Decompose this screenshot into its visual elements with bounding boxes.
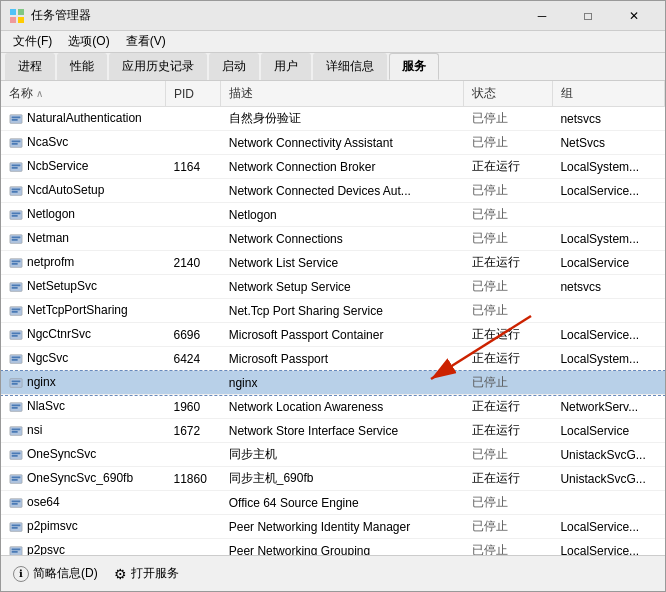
service-group-cell: netsvcs (552, 107, 664, 131)
svg-rect-0 (10, 9, 16, 15)
svg-rect-25 (12, 260, 21, 262)
menu-file[interactable]: 文件(F) (5, 31, 60, 52)
window-controls: ─ □ ✕ (519, 1, 657, 31)
table-row[interactable]: NaturalAuthentication自然身份验证已停止netsvcs (1, 107, 665, 131)
tab-startup[interactable]: 启动 (209, 53, 259, 80)
table-row[interactable]: NcbService1164Network Connection Broker正… (1, 155, 665, 179)
service-name-cell: ose64 (1, 491, 165, 515)
service-status-cell: 已停止 (464, 179, 552, 203)
service-group-cell: UnistackSvcG... (552, 443, 664, 467)
svg-rect-50 (12, 455, 18, 457)
svg-rect-32 (12, 311, 18, 313)
summary-icon: ℹ (13, 566, 29, 582)
service-name-cell: NetTcpPortSharing (1, 299, 165, 323)
service-name: nsi (27, 423, 42, 437)
maximize-button[interactable]: □ (565, 1, 611, 31)
service-pid-cell: 2140 (165, 251, 220, 275)
service-status-cell: 正在运行 (464, 251, 552, 275)
col-header-group[interactable]: 组 (552, 81, 664, 107)
tab-app-history[interactable]: 应用历史记录 (109, 53, 207, 80)
service-desc-cell: Network Location Awareness (221, 395, 464, 419)
service-icon (9, 136, 23, 150)
table-row[interactable]: nsi1672Network Store Interface Service正在… (1, 419, 665, 443)
table-row[interactable]: NetTcpPortSharingNet.Tcp Port Sharing Se… (1, 299, 665, 323)
table-row[interactable]: NcaSvcNetwork Connectivity Assistant已停止N… (1, 131, 665, 155)
svg-rect-2 (10, 17, 16, 23)
table-row[interactable]: netprofm2140Network List Service正在运行Loca… (1, 251, 665, 275)
tab-users[interactable]: 用户 (261, 53, 311, 80)
svg-rect-22 (12, 236, 21, 238)
service-desc-cell: Microsoft Passport (221, 347, 464, 371)
service-name-cell: Netman (1, 227, 165, 251)
service-name-cell: NcdAutoSetup (1, 179, 165, 203)
service-icon (9, 544, 23, 555)
service-name-cell: Netlogon (1, 203, 165, 227)
service-desc-cell: 同步主机 (221, 443, 464, 467)
table-row[interactable]: OneSyncSvc_690fb11860同步主机_690fb正在运行Unist… (1, 467, 665, 491)
tab-performance[interactable]: 性能 (57, 53, 107, 80)
service-name-cell: NaturalAuthentication (1, 107, 165, 131)
table-row[interactable]: NetSetupSvcNetwork Setup Service已停止netsv… (1, 275, 665, 299)
service-icon (9, 160, 23, 174)
svg-rect-17 (12, 191, 18, 193)
col-header-name[interactable]: 名称 ∧ (1, 81, 165, 107)
gear-icon: ⚙ (114, 566, 127, 582)
app-icon (9, 8, 25, 24)
service-desc-cell: nginx (221, 371, 464, 395)
service-pid-cell (165, 299, 220, 323)
tab-processes[interactable]: 进程 (5, 53, 55, 80)
svg-rect-7 (12, 116, 21, 118)
service-name: p2psvc (27, 543, 65, 555)
service-desc-cell: Network Connections (221, 227, 464, 251)
menu-options[interactable]: 选项(O) (60, 31, 117, 52)
service-pid-cell (165, 179, 220, 203)
summary-button[interactable]: ℹ 简略信息(D) (13, 565, 98, 582)
services-table: 名称 ∧ PID 描述 状态 组 NaturalAuthentication自然… (1, 81, 665, 555)
service-name: netprofm (27, 255, 74, 269)
table-row[interactable]: nginxnginx已停止 (1, 371, 665, 395)
service-name: OneSyncSvc (27, 447, 96, 461)
services-table-scroll[interactable]: 名称 ∧ PID 描述 状态 组 NaturalAuthentication自然… (1, 81, 665, 555)
menu-view[interactable]: 查看(V) (118, 31, 174, 52)
service-pid-cell: 1960 (165, 395, 220, 419)
svg-rect-14 (12, 167, 18, 169)
service-icon (9, 256, 23, 270)
table-row[interactable]: NcdAutoSetupNetwork Connected Devices Au… (1, 179, 665, 203)
service-icon (9, 424, 23, 438)
service-icon (9, 496, 23, 510)
table-row[interactable]: NlaSvc1960Network Location Awareness正在运行… (1, 395, 665, 419)
col-header-pid[interactable]: PID (165, 81, 220, 107)
close-button[interactable]: ✕ (611, 1, 657, 31)
service-name: Netman (27, 231, 69, 245)
table-row[interactable]: p2psvcPeer Networking Grouping已停止LocalSe… (1, 539, 665, 556)
main-window: 任务管理器 ─ □ ✕ 文件(F) 选项(O) 查看(V) 进程 性能 应用历史… (0, 0, 666, 592)
service-name: NcbService (27, 159, 88, 173)
open-services-button[interactable]: ⚙ 打开服务 (114, 565, 179, 582)
summary-label: 简略信息(D) (33, 565, 98, 582)
tab-services[interactable]: 服务 (389, 53, 439, 80)
table-row[interactable]: NetmanNetwork Connections已停止LocalSystem.… (1, 227, 665, 251)
svg-rect-3 (18, 17, 24, 23)
table-row[interactable]: NgcCtnrSvc6696Microsoft Passport Contain… (1, 323, 665, 347)
tab-details[interactable]: 详细信息 (313, 53, 387, 80)
table-row[interactable]: NetlogonNetlogon已停止 (1, 203, 665, 227)
service-group-cell: LocalService... (552, 323, 664, 347)
col-header-status[interactable]: 状态 (464, 81, 552, 107)
service-pid-cell (165, 515, 220, 539)
service-status-cell: 已停止 (464, 515, 552, 539)
service-pid-cell (165, 539, 220, 556)
svg-rect-28 (12, 284, 21, 286)
table-row[interactable]: OneSyncSvc同步主机已停止UnistackSvcG... (1, 443, 665, 467)
service-pid-cell (165, 227, 220, 251)
service-status-cell: 正在运行 (464, 323, 552, 347)
table-row[interactable]: ose64Office 64 Source Engine已停止 (1, 491, 665, 515)
svg-rect-60 (10, 547, 22, 555)
service-status-cell: 正在运行 (464, 155, 552, 179)
table-row[interactable]: NgcSvc6424Microsoft Passport正在运行LocalSys… (1, 347, 665, 371)
minimize-button[interactable]: ─ (519, 1, 565, 31)
service-name-cell: OneSyncSvc_690fb (1, 467, 165, 491)
service-group-cell (552, 371, 664, 395)
table-row[interactable]: p2pimsvcPeer Networking Identity Manager… (1, 515, 665, 539)
service-icon (9, 472, 23, 486)
col-header-desc[interactable]: 描述 (221, 81, 464, 107)
